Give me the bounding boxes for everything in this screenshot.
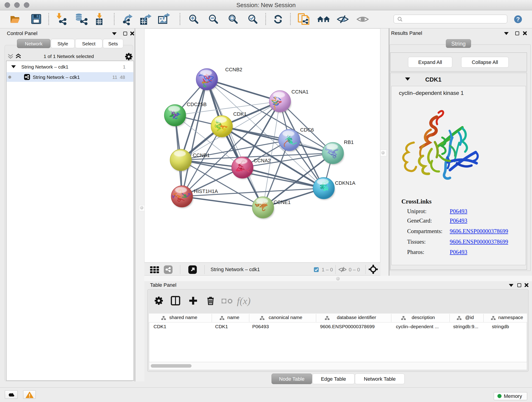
svg-text:CDC6: CDC6 xyxy=(300,127,314,133)
svg-text:CCNA1: CCNA1 xyxy=(291,89,309,95)
svg-text:HIST1H1A: HIST1H1A xyxy=(194,188,218,194)
svg-text:CCNA2: CCNA2 xyxy=(254,158,271,163)
svg-text:CCNE1: CCNE1 xyxy=(273,199,291,205)
svg-text:CDK1: CDK1 xyxy=(233,111,247,117)
svg-text:RB1: RB1 xyxy=(344,139,354,145)
svg-text:CCNB2: CCNB2 xyxy=(225,67,242,72)
svg-text:CCNB1: CCNB1 xyxy=(193,153,210,158)
svg-text:CDKN1A: CDKN1A xyxy=(335,180,355,186)
svg-text:CDC25B: CDC25B xyxy=(187,102,207,107)
